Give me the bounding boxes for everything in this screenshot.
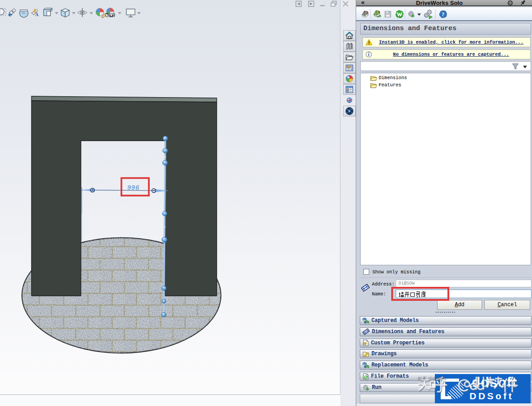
show-only-missing-row: Show only missing [363,269,420,275]
show-only-missing-checkbox[interactable] [363,269,369,275]
file-formats-icon [362,373,369,380]
hide-show-items-icon[interactable] [78,8,87,17]
window-controls [293,0,352,8]
folder-features-icon [370,82,377,88]
notice-instant3d: Instant3D is enabled, click for more inf… [362,37,531,47]
next-pane-button[interactable] [308,1,314,7]
dimension-value-text[interactable]: 996 [127,184,139,191]
tab-design-library[interactable] [343,41,356,52]
section-replacement-models[interactable]: Replacement Models [360,361,532,370]
tab-file-explorer[interactable] [343,52,356,62]
restore-button[interactable] [331,1,336,7]
notice-no-captures: No dimensions or features are captured..… [362,49,531,59]
tab-appearances-scenes[interactable] [343,73,356,84]
section-header: Dimensions and Features [360,23,531,35]
funnel-icon [512,63,519,70]
cancel-button[interactable]: Cancel [484,300,530,310]
close-button[interactable] [343,1,348,6]
annotation-views-icon[interactable]: A [31,9,39,17]
panel-title: DriveWorks Solo [356,0,523,6]
splitter-handle[interactable] [435,311,455,313]
tab-custom-properties[interactable] [343,84,356,95]
previous-view-icon[interactable] [9,9,15,17]
tab-solidworks-resources[interactable] [343,30,356,41]
status-strip [0,395,340,406]
section-view-icon[interactable] [20,10,28,18]
help-question-glyph: ? [442,11,444,18]
name-label: Name: [372,291,386,297]
section-drawings[interactable]: Drawings [360,349,532,358]
cubes-replacement-icon [362,362,369,369]
address-value: D1@SOW [398,281,415,286]
filter-caret-icon[interactable] [523,65,528,69]
filter-box[interactable] [360,61,531,71]
save-project-icon[interactable] [384,10,392,18]
dimension-arrow-icon [362,328,370,335]
section-dimensions-features[interactable]: Dimensions and Features [360,327,532,336]
heads-up-toolbar: A [0,7,144,19]
home-icon [345,31,354,40]
panel-title-bar[interactable]: « DriveWorks Solo [356,0,532,6]
show-only-missing-label: Show only missing [372,269,420,275]
tab-view-palette[interactable] [343,62,356,73]
panel-toolbar: ? [356,7,532,21]
address-input[interactable]: D1@SOW [396,280,532,287]
view-orientation-icon[interactable] [44,8,52,16]
apply-scene-icon[interactable] [106,8,115,17]
tab-driveworksxpress[interactable] [343,95,356,106]
section-captured-models[interactable]: Captured Models [360,316,532,325]
panel-options-gear-icon[interactable] [507,0,514,6]
watermark: ddsoft DDSoft 知乎 @dd软件 [417,373,532,406]
warning-icon [366,39,372,45]
run-gear-icon [362,384,370,391]
folder-icon [345,53,354,62]
previous-pane-button[interactable] [296,1,301,7]
application-window: 996 [0,0,532,406]
open-project-icon[interactable] [373,10,381,18]
help-icon[interactable]: ? [439,10,447,18]
zoom-to-area-icon[interactable] [0,9,6,15]
view-settings-icon[interactable] [126,9,135,17]
dimension-996[interactable]: 996 [81,184,168,193]
view-orientation-caret[interactable] [55,12,58,14]
form-divider [360,277,532,278]
3d-scene: 996 [0,0,340,395]
drawing-sheet-icon [362,351,369,357]
pin-panel-icon[interactable] [519,0,527,6]
instant3d-link[interactable]: Instant3D is enabled, click for more inf… [372,40,530,45]
no-captures-link[interactable]: No dimensions or features are captured..… [372,52,530,57]
cubes-icon [362,317,369,324]
info-icon [366,51,372,58]
annotation-letter-glyph: A [35,12,39,17]
driveworks-solo-icon [345,107,354,116]
tab-driveworks-solo[interactable] [343,106,356,116]
tree-item-dimensions[interactable]: Dimensions [361,74,531,81]
display-style-icon[interactable] [61,9,69,17]
driveworks-home-icon[interactable] [395,10,404,18]
name-field-red-box [391,287,449,301]
hide-show-items-caret[interactable] [89,12,93,14]
tree-item-features[interactable]: Features [361,81,531,89]
section-custom-properties[interactable]: s Custom Properties [360,339,532,348]
address-label: Address: [372,281,394,287]
zhihu-watermark: 知乎 @dd软件 [417,375,532,398]
property-letter-glyph: s [365,342,366,345]
driveworks-panel: « DriveWorks Solo [356,0,532,406]
add-button[interactable]: Add [437,300,482,310]
3d-viewport[interactable]: 996 [0,0,340,395]
generate-models-caret[interactable] [417,13,421,16]
appearance-sphere-icon [345,74,354,83]
properties-form-icon [345,85,354,94]
dimension-capture-icon [361,283,370,293]
apply-scene-caret[interactable] [118,12,121,14]
property-page-icon: s [362,339,369,346]
view-settings-caret[interactable] [137,12,141,14]
capture-tree: Dimensions Features [360,73,531,265]
new-project-icon[interactable] [361,10,369,18]
display-style-caret[interactable] [72,12,76,14]
generate-all-icon[interactable] [423,9,434,19]
generate-models-icon[interactable] [407,10,416,18]
zhihu-watermark-glyphs [417,375,532,395]
view-palette-icon [345,63,354,72]
edit-appearance-icon[interactable] [96,8,106,18]
